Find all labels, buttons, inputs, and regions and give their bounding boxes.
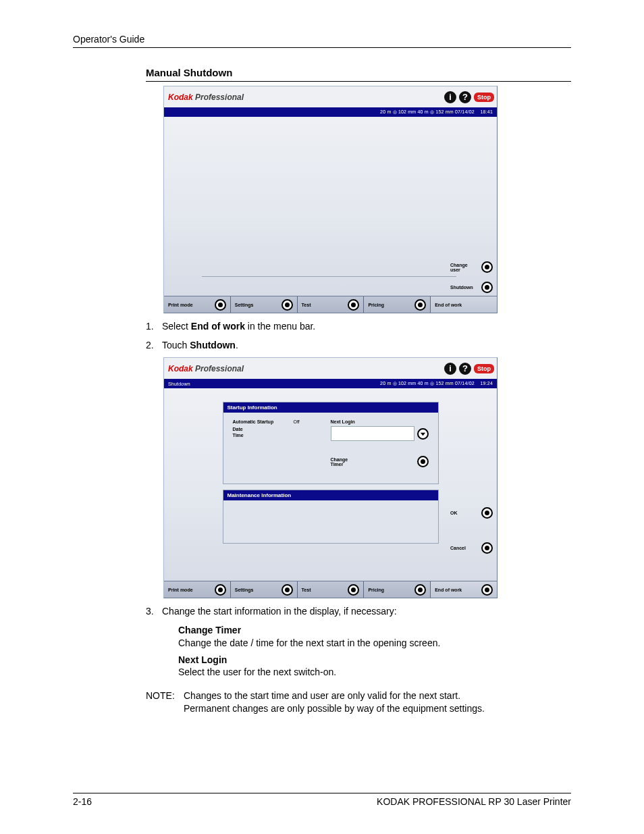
page-header: Operator's Guide (73, 34, 571, 48)
label-automatic-startup: Automatic Startup (233, 419, 294, 424)
step-1: 1. Select End of work in the menu bar. (146, 320, 571, 334)
main-area: Change user Shutdown (164, 117, 497, 296)
status-media: 20 m ◎ 102 mm 40 m ◎ 152 mm 07/14/02 (380, 109, 475, 114)
help-icon[interactable]: ? (459, 91, 471, 103)
brand-logo: Kodak Professional (168, 364, 244, 373)
svg-marker-0 (420, 432, 425, 436)
radio-icon (481, 282, 493, 293)
step-3: 3. Change the start information in the d… (146, 605, 571, 619)
cancel-button[interactable]: Cancel (450, 542, 493, 554)
radio-icon (215, 299, 226, 311)
radio-icon (414, 299, 426, 311)
subtext-next-login: Select the user for the next switch-on. (178, 666, 571, 679)
stop-button[interactable]: Stop (474, 364, 494, 373)
menu-end-of-work[interactable]: End of work (431, 581, 497, 598)
panel-title: Startup Information (223, 402, 438, 413)
radio-icon (215, 584, 226, 596)
radio-icon (481, 261, 493, 273)
radio-icon (281, 299, 293, 311)
label-time: Time (233, 433, 294, 438)
shutdown-button[interactable]: Shutdown (450, 282, 493, 293)
info-icon[interactable]: i (444, 91, 456, 103)
label-next-login: Next Login (331, 419, 429, 424)
menu-test[interactable]: Test (298, 296, 365, 313)
menu-pricing[interactable]: Pricing (364, 296, 431, 313)
brand-logo: Kodak Professional (168, 93, 244, 102)
radio-icon (481, 542, 493, 554)
help-icon[interactable]: ? (459, 363, 471, 375)
radio-icon (414, 584, 426, 596)
product-name: KODAK PROFESSIONAL RP 30 Laser Printer (377, 796, 571, 807)
brand-professional: Professional (193, 93, 244, 102)
screenshot-shutdown-dialog: Kodak Professional i ? Stop Shutdown 20 … (163, 357, 498, 598)
radio-icon (417, 456, 429, 467)
radio-icon (481, 584, 493, 596)
radio-icon (281, 584, 293, 596)
stop-button[interactable]: Stop (474, 93, 494, 102)
status-media: 20 m ◎ 102 mm 40 m ◎ 152 mm 07/14/02 (380, 381, 475, 386)
menu-settings[interactable]: Settings (231, 296, 298, 313)
status-time: 19:24 (480, 381, 493, 386)
main-area: Startup Information Automatic Startup Da… (164, 388, 497, 581)
step-2: 2. Touch Shutdown. (146, 339, 571, 353)
status-bar: Shutdown 20 m ◎ 102 mm 40 m ◎ 152 mm 07/… (164, 379, 497, 388)
brand-kodak: Kodak (168, 93, 193, 102)
menu-print-mode[interactable]: Print mode (164, 296, 231, 313)
value-automatic-startup: Off (294, 419, 331, 424)
breadcrumb: Shutdown (168, 382, 380, 386)
info-icon[interactable]: i (444, 363, 456, 375)
radio-icon (348, 299, 359, 311)
menu-test[interactable]: Test (298, 581, 365, 598)
app-topbar: Kodak Professional i ? Stop (164, 86, 497, 107)
label-date: Date (233, 427, 294, 432)
menu-print-mode[interactable]: Print mode (164, 581, 231, 598)
menu-pricing[interactable]: Pricing (364, 581, 431, 598)
next-login-field[interactable] (331, 426, 414, 441)
change-timer-button[interactable]: Change Timer (331, 457, 354, 467)
screenshot-end-of-work: Kodak Professional i ? Stop 20 m ◎ 102 m… (163, 86, 498, 313)
page-footer: 2-16 KODAK PROFESSIONAL RP 30 Laser Prin… (73, 793, 571, 807)
app-topbar: Kodak Professional i ? Stop (164, 358, 497, 379)
section-title: Manual Shutdown (146, 67, 571, 82)
subtext-change-timer: Change the date / time for the next star… (178, 637, 571, 650)
radio-icon (348, 584, 359, 596)
change-user-button[interactable]: Change user (450, 261, 493, 273)
status-bar: 20 m ◎ 102 mm 40 m ◎ 152 mm 07/14/02 18:… (164, 107, 497, 117)
ok-button[interactable]: OK (450, 507, 493, 519)
panel-title: Maintenance Information (223, 490, 438, 500)
subhead-next-login: Next Login (178, 654, 571, 667)
radio-icon (481, 507, 493, 519)
page-number: 2-16 (73, 796, 92, 807)
menu-settings[interactable]: Settings (231, 581, 298, 598)
note: NOTE: Changes to the start time and user… (146, 689, 571, 715)
menu-bar: Print mode Settings Test Pricing End of … (164, 581, 497, 598)
menu-end-of-work[interactable]: End of work (431, 296, 497, 313)
maintenance-info-panel: Maintenance Information (223, 490, 439, 544)
menu-bar: Print mode Settings Test Pricing End of … (164, 296, 497, 313)
status-time: 18:41 (480, 109, 493, 114)
subhead-change-timer: Change Timer (178, 624, 571, 637)
dropdown-icon[interactable] (417, 428, 429, 440)
startup-info-panel: Startup Information Automatic Startup Da… (223, 402, 439, 484)
